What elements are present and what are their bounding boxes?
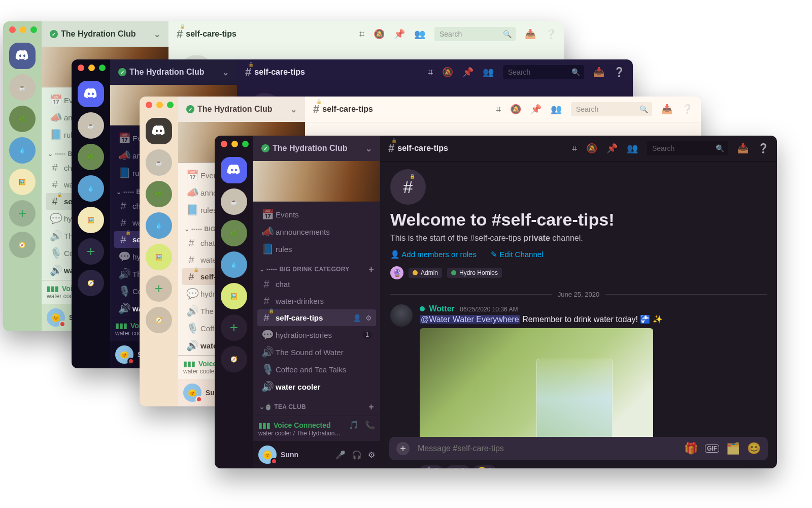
guild-server-1[interactable]: ☕ xyxy=(221,188,247,215)
user-settings-icon[interactable]: ⚙ xyxy=(368,450,375,460)
window-traffic-lights[interactable] xyxy=(9,26,37,33)
channel-hydration-stories[interactable]: 💬hydration-stories1 xyxy=(257,326,376,343)
category-big-drink[interactable]: ⌄ ----- BIG DRINK CATEGORY+ xyxy=(257,258,376,276)
search-box[interactable]: 🔍 xyxy=(434,27,516,41)
composer-input[interactable] xyxy=(417,443,677,454)
help-icon[interactable]: ❔ xyxy=(614,67,625,78)
search-box[interactable]: 🔍 xyxy=(647,141,728,155)
add-server-button[interactable]: + xyxy=(9,200,36,227)
attach-button[interactable]: + xyxy=(396,442,410,455)
emoji-icon[interactable]: 😊 xyxy=(747,442,761,455)
inbox-icon[interactable]: 📥 xyxy=(593,67,604,78)
reaction[interactable]: 🤔1 xyxy=(473,465,496,468)
message-avatar[interactable] xyxy=(390,304,413,327)
channel-self-care-tips[interactable]: #self-care-tips👤⚙ xyxy=(257,309,376,326)
members-icon[interactable]: 👥 xyxy=(551,104,562,115)
guild-server-4[interactable]: 🖼️ xyxy=(78,207,104,233)
search-input[interactable] xyxy=(507,68,571,77)
avatar[interactable]: 🌞 xyxy=(183,384,201,402)
guild-server-1[interactable]: ☕ xyxy=(146,149,172,176)
search-input[interactable] xyxy=(575,105,639,114)
notifications-icon[interactable]: 🔕 xyxy=(374,28,385,40)
guild-home[interactable] xyxy=(146,118,172,144)
pinned-icon[interactable]: 📌 xyxy=(606,143,618,154)
threads-icon[interactable]: ⌗ xyxy=(428,67,433,78)
guild-server-1[interactable]: ☕ xyxy=(78,112,104,139)
invite-icon[interactable]: 👤 xyxy=(353,314,361,322)
guild-server-4[interactable]: 🖼️ xyxy=(9,169,36,195)
server-header[interactable]: ✓ The Hydration Club ⌄ xyxy=(42,21,168,47)
disconnect-icon[interactable]: 📞 xyxy=(365,420,375,430)
search-input[interactable] xyxy=(438,29,503,39)
server-header[interactable]: ✓The Hydration Club⌄ xyxy=(253,136,380,161)
notifications-icon[interactable]: 🔕 xyxy=(510,104,521,115)
guild-server-2[interactable]: 🌿 xyxy=(78,144,104,170)
window-traffic-lights[interactable] xyxy=(78,65,106,71)
guild-home[interactable] xyxy=(78,81,104,107)
role-chip-hydro[interactable]: Hydro Homies xyxy=(447,268,502,278)
pinned-icon[interactable]: 📌 xyxy=(394,28,405,40)
explore-button[interactable]: 🧭 xyxy=(9,232,36,258)
deafen-icon[interactable]: 🎧 xyxy=(352,450,362,460)
add-channel-button[interactable]: + xyxy=(368,265,374,274)
channel-coffee-tea-talks[interactable]: 🎙️Coffee and Tea Talks xyxy=(257,361,376,378)
help-icon[interactable]: ❔ xyxy=(545,28,556,40)
pinned-icon[interactable]: 📌 xyxy=(530,104,542,115)
channel-chat[interactable]: #chat xyxy=(257,276,376,293)
inbox-icon[interactable]: 📥 xyxy=(525,28,536,40)
mention[interactable]: @Water Water Everywhere xyxy=(420,315,520,324)
gift-icon[interactable]: 🎁 xyxy=(684,442,698,455)
mute-icon[interactable]: 🎤 xyxy=(335,450,346,460)
explore-button[interactable]: 🧭 xyxy=(221,346,247,372)
channel-water-drinkers[interactable]: #water-drinkers xyxy=(257,293,376,309)
explore-button[interactable]: 🧭 xyxy=(146,307,172,333)
guild-server-4[interactable]: 🖼️ xyxy=(221,283,247,309)
window-traffic-lights[interactable] xyxy=(221,141,249,147)
add-members-link[interactable]: 👤 Add members or roles xyxy=(390,250,477,259)
window-traffic-lights[interactable] xyxy=(146,102,174,108)
gif-icon[interactable]: GIF xyxy=(705,444,719,453)
guild-home[interactable] xyxy=(9,43,36,69)
category-tea-club[interactable]: ⌄ 🍵 TEA CLUB+ xyxy=(257,395,376,414)
threads-icon[interactable]: ⌗ xyxy=(572,143,577,154)
avatar[interactable]: 🌞 xyxy=(115,345,133,364)
pinned-icon[interactable]: 📌 xyxy=(462,67,473,78)
guild-server-2[interactable]: 🌿 xyxy=(9,106,36,132)
channel-rules[interactable]: 📘rules xyxy=(257,240,376,258)
avatar[interactable]: 🌞 xyxy=(258,446,277,464)
edit-channel-link[interactable]: ✎ Edit Channel xyxy=(491,250,543,259)
inbox-icon[interactable]: 📥 xyxy=(737,143,749,154)
message-composer[interactable]: + 🎁 GIF 🗂️ 😊 xyxy=(389,437,768,460)
members-icon[interactable]: 👥 xyxy=(483,67,494,78)
channel-settings-icon[interactable]: ⚙ xyxy=(365,314,372,322)
search-box[interactable]: 🔍 xyxy=(571,102,652,116)
notifications-icon[interactable]: 🔕 xyxy=(586,143,597,154)
notifications-icon[interactable]: 🔕 xyxy=(442,67,453,78)
noise-suppression-icon[interactable]: 🎵 xyxy=(349,420,359,430)
channel-sound-of-water[interactable]: 🔊The Sound of Water xyxy=(257,343,376,361)
message-author[interactable]: Wotter xyxy=(429,304,454,313)
reaction[interactable]: 🐢1 xyxy=(447,465,469,468)
guild-server-1[interactable]: ☕ xyxy=(9,74,36,101)
nav-events[interactable]: 📅Events xyxy=(257,206,376,223)
members-icon[interactable]: 👥 xyxy=(414,28,425,40)
add-channel-button[interactable]: + xyxy=(368,402,374,411)
guild-server-3[interactable]: 💧 xyxy=(9,137,36,164)
guild-server-2[interactable]: 🌿 xyxy=(146,181,172,207)
channel-tea-general[interactable]: #tea-club-general xyxy=(257,414,376,416)
explore-button[interactable]: 🧭 xyxy=(78,270,104,296)
add-server-button[interactable]: + xyxy=(146,275,172,302)
guild-server-4[interactable]: 🖼️ xyxy=(146,244,172,270)
guild-server-3[interactable]: 💧 xyxy=(146,212,172,239)
inbox-icon[interactable]: 📥 xyxy=(661,104,672,115)
role-chip-admin[interactable]: Admin xyxy=(409,268,442,278)
server-header[interactable]: ✓The Hydration Club⌄ xyxy=(178,97,305,122)
add-server-button[interactable]: + xyxy=(78,238,104,265)
guild-home[interactable] xyxy=(221,157,247,183)
search-input[interactable] xyxy=(651,144,716,153)
guild-server-3[interactable]: 💧 xyxy=(221,251,247,278)
guild-server-3[interactable]: 💧 xyxy=(78,175,104,202)
guild-server-2[interactable]: 🌿 xyxy=(221,220,247,246)
search-box[interactable]: 🔍 xyxy=(503,65,584,79)
threads-icon[interactable]: ⌗ xyxy=(496,104,501,115)
